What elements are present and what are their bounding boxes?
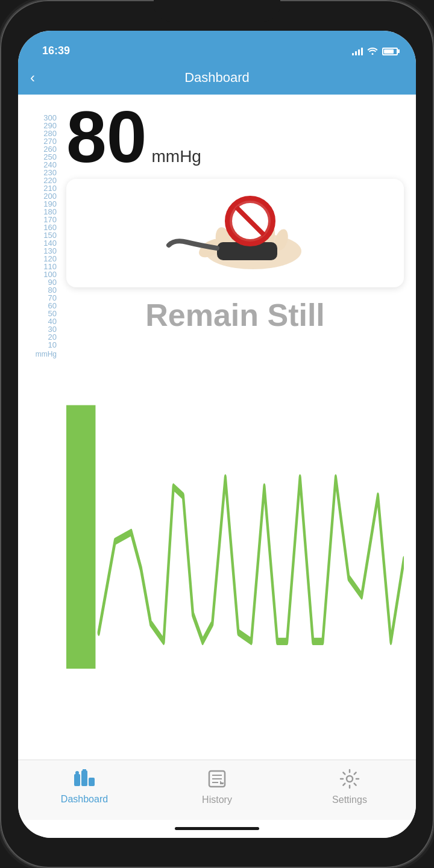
reading-unit: mmHg — [151, 147, 201, 166]
svg-point-15 — [75, 771, 79, 775]
y-label-20: 20 — [18, 333, 60, 341]
hand-device-svg — [139, 194, 332, 272]
tab-history[interactable]: History — [187, 769, 247, 805]
y-label-190: 190 — [18, 200, 60, 208]
back-button[interactable]: ‹ — [30, 69, 35, 86]
reading-value: 80 — [66, 101, 146, 173]
tab-dashboard[interactable]: Dashboard — [54, 769, 115, 805]
y-axis: 300 290 280 270 260 250 240 230 220 210 … — [18, 95, 60, 760]
y-label-170: 170 — [18, 216, 60, 223]
y-label-230: 230 — [18, 169, 60, 176]
content-area: 80 mmHg — [60, 95, 416, 760]
dashboard-icon — [73, 769, 96, 792]
y-label-50: 50 — [18, 310, 60, 317]
home-indicator — [18, 820, 416, 838]
waveform-line — [99, 478, 404, 642]
tab-settings-label: Settings — [332, 795, 367, 805]
tab-bar: Dashboard History — [18, 760, 416, 820]
y-label-60: 60 — [18, 302, 60, 310]
y-label-160: 160 — [18, 223, 60, 231]
phone-frame: 16:39 — [0, 0, 434, 868]
y-label-250: 250 — [18, 153, 60, 161]
instruction-card — [66, 179, 404, 287]
y-label-180: 180 — [18, 208, 60, 216]
remain-still-text: Remain Still — [66, 297, 404, 333]
chart-area — [66, 342, 404, 760]
current-reading: 80 mmHg — [66, 101, 404, 173]
signal-bars-icon — [352, 47, 363, 55]
tab-history-label: History — [202, 795, 232, 805]
y-label-70: 70 — [18, 294, 60, 302]
status-time: 16:39 — [36, 45, 70, 57]
y-label-260: 260 — [18, 145, 60, 153]
svg-point-21 — [347, 776, 353, 782]
settings-icon — [339, 769, 360, 792]
y-label-220: 220 — [18, 176, 60, 184]
history-icon — [207, 769, 227, 792]
y-label-140: 140 — [18, 239, 60, 247]
y-label-210: 210 — [18, 184, 60, 192]
y-label-280: 280 — [18, 130, 60, 137]
main-content: 300 290 280 270 260 250 240 230 220 210 … — [18, 95, 416, 760]
chart-bar — [66, 405, 95, 669]
wifi-icon — [366, 46, 379, 57]
chart-svg — [66, 342, 404, 760]
y-label-200: 200 — [18, 192, 60, 200]
y-label-30: 30 — [18, 325, 60, 333]
notch — [154, 0, 280, 22]
page-title: Dashboard — [184, 70, 250, 86]
hand-illustration — [78, 191, 392, 275]
status-bar: 16:39 — [18, 31, 416, 61]
home-bar — [175, 827, 259, 830]
y-label-90: 90 — [18, 278, 60, 286]
y-label-40: 40 — [18, 317, 60, 325]
y-label-80: 80 — [18, 286, 60, 294]
svg-rect-13 — [81, 770, 87, 786]
tab-dashboard-label: Dashboard — [61, 794, 108, 805]
y-label-270: 270 — [18, 137, 60, 145]
y-label-130: 130 — [18, 247, 60, 255]
svg-rect-12 — [74, 774, 80, 786]
svg-rect-14 — [89, 778, 95, 786]
y-label-100: 100 — [18, 270, 60, 278]
y-label-300: 300 — [18, 114, 60, 122]
y-label-10: 10 — [18, 341, 60, 349]
y-label-290: 290 — [18, 122, 60, 130]
y-label-110: 110 — [18, 263, 60, 270]
battery-icon — [382, 48, 398, 55]
nav-bar: ‹ Dashboard — [18, 61, 416, 95]
y-label-mmhg: mmHg — [18, 350, 60, 358]
phone-screen: 16:39 — [18, 31, 416, 838]
y-label-150: 150 — [18, 231, 60, 239]
y-label-120: 120 — [18, 255, 60, 263]
status-icons — [352, 46, 398, 57]
tab-settings[interactable]: Settings — [319, 769, 380, 805]
y-label-240: 240 — [18, 161, 60, 169]
